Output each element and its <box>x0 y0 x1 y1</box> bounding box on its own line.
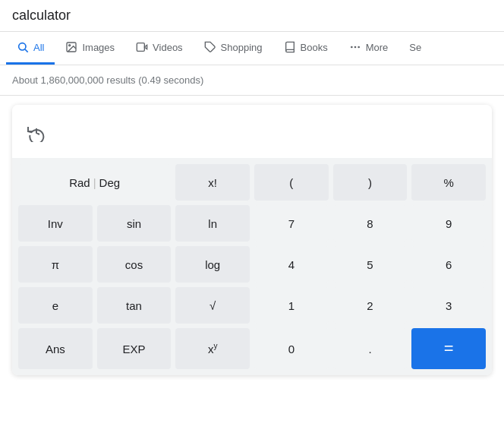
btn-1[interactable]: 1 <box>254 287 329 324</box>
tab-shopping-label: Shopping <box>221 42 263 53</box>
btn-0[interactable]: 0 <box>254 328 329 369</box>
calc-display <box>12 105 492 158</box>
btn-6[interactable]: 6 <box>411 246 486 283</box>
sin-button[interactable]: sin <box>97 205 172 242</box>
book-icon <box>284 41 296 53</box>
result-count: About 1,860,000,000 results (0.49 second… <box>0 65 504 96</box>
search-query: calculator <box>12 8 492 24</box>
tab-all[interactable]: All <box>6 32 55 65</box>
ans-button[interactable]: Ans <box>18 328 93 369</box>
tab-books-label: Books <box>301 42 328 53</box>
svg-point-0 <box>19 43 26 50</box>
more-dots-icon <box>349 41 361 53</box>
tan-button[interactable]: tan <box>97 287 172 324</box>
tab-images[interactable]: Images <box>55 32 125 65</box>
ln-button[interactable]: ln <box>175 205 250 242</box>
calc-buttons: Rad | Deg x! ( ) % Inv sin ln 7 8 <box>12 158 492 375</box>
svg-rect-4 <box>137 43 144 52</box>
svg-line-1 <box>25 49 28 52</box>
btn-7[interactable]: 7 <box>254 205 329 242</box>
search-icon <box>17 41 29 53</box>
inv-button[interactable]: Inv <box>18 205 93 242</box>
image-icon <box>65 41 77 53</box>
tab-images-label: Images <box>82 42 115 53</box>
nav-tabs: All Images Videos Shopping <box>0 32 504 65</box>
cos-button[interactable]: cos <box>97 246 172 283</box>
btn-4[interactable]: 4 <box>254 246 329 283</box>
btn-3[interactable]: 3 <box>411 287 486 324</box>
exp-button[interactable]: EXP <box>97 328 172 369</box>
btn-8[interactable]: 8 <box>333 205 408 242</box>
dot-button[interactable]: . <box>333 328 408 369</box>
tab-all-label: All <box>33 42 44 53</box>
history-icon[interactable] <box>27 124 46 146</box>
open-paren-button[interactable]: ( <box>254 164 329 201</box>
result-count-text: About 1,860,000,000 results (0.49 second… <box>12 74 203 86</box>
tab-shopping[interactable]: Shopping <box>194 32 273 65</box>
svg-point-9 <box>358 46 360 49</box>
search-bar: calculator <box>0 0 504 32</box>
btn-2[interactable]: 2 <box>333 287 408 324</box>
rad-label: Rad <box>69 176 90 189</box>
pi-button[interactable]: π <box>18 246 93 283</box>
tab-more-label: More <box>366 42 389 53</box>
tab-videos[interactable]: Videos <box>125 32 194 65</box>
svg-point-7 <box>351 46 353 49</box>
tab-videos-label: Videos <box>153 42 183 53</box>
percent-button[interactable]: % <box>411 164 486 201</box>
close-paren-button[interactable]: ) <box>333 164 408 201</box>
tab-search-tools-label: Se <box>409 42 421 53</box>
btn-9[interactable]: 9 <box>411 205 486 242</box>
xpow-button[interactable]: xy <box>175 328 250 369</box>
shopping-icon <box>204 41 216 53</box>
log-button[interactable]: log <box>175 246 250 283</box>
e-button[interactable]: e <box>18 287 93 324</box>
deg-label: Deg <box>99 176 121 189</box>
sqrt-button[interactable]: √ <box>175 287 250 324</box>
equals-button[interactable]: = <box>411 328 486 369</box>
svg-point-3 <box>69 45 71 46</box>
factorial-button[interactable]: x! <box>175 164 250 201</box>
svg-point-8 <box>354 46 356 49</box>
rad-deg-button[interactable]: Rad | Deg <box>18 164 171 201</box>
tab-search-tools[interactable]: Se <box>398 33 432 65</box>
video-icon <box>136 41 148 53</box>
calculator-widget: Rad | Deg x! ( ) % Inv sin ln 7 8 <box>12 105 492 375</box>
tab-more[interactable]: More <box>339 32 399 65</box>
tab-books[interactable]: Books <box>273 32 339 65</box>
btn-5[interactable]: 5 <box>333 246 408 283</box>
